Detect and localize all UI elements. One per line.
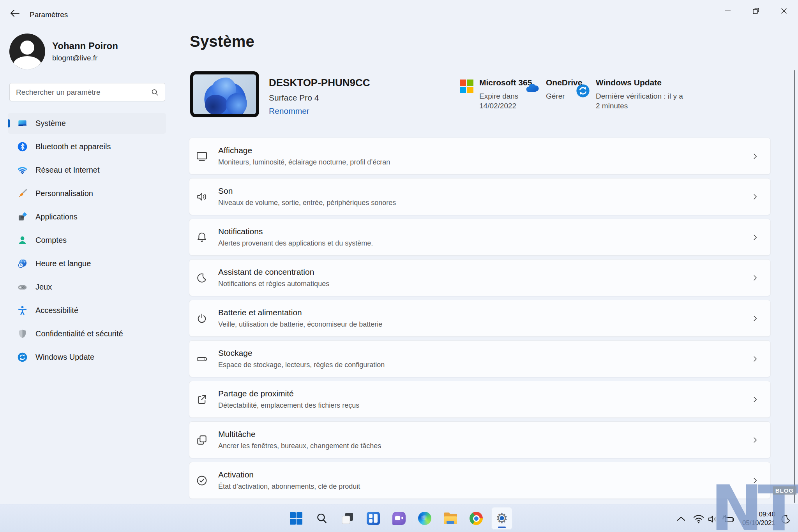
tray-volume-icon[interactable] — [707, 514, 720, 524]
sidebar-item-label: Comptes — [35, 236, 67, 245]
speaker-icon — [196, 191, 208, 203]
start-button[interactable] — [286, 507, 307, 530]
close-icon — [781, 8, 787, 14]
sidebar-item-personnalisation[interactable]: Personnalisation — [8, 183, 166, 204]
sidebar-item-systeme[interactable]: Système — [8, 113, 166, 134]
status-subtitle: Dernière vérification : il y a 2 minutes — [596, 91, 687, 111]
page-title: Système — [190, 33, 254, 50]
device-model: Surface Pro 4 — [269, 93, 370, 103]
sidebar-item-heure-langue[interactable]: Heure et langue — [8, 253, 166, 274]
wifi-icon — [17, 165, 28, 175]
chevron-right-icon — [751, 476, 759, 485]
onedrive-card[interactable]: OneDrive Gérer — [523, 78, 582, 101]
privacy-shield-icon — [17, 329, 28, 339]
sidebar-item-comptes[interactable]: Comptes — [8, 230, 166, 251]
microsoft-logo-icon — [460, 80, 474, 94]
row-stockage[interactable]: Stockage Espace de stockage, lecteurs, r… — [189, 340, 771, 377]
settings-button[interactable]: ⚙ — [491, 507, 512, 530]
chat-button[interactable] — [388, 507, 410, 530]
chevron-right-icon — [751, 274, 759, 282]
chat-icon — [392, 512, 406, 525]
device-image — [190, 71, 259, 117]
sidebar-item-bluetooth[interactable]: Bluetooth et appareils — [8, 136, 166, 157]
accessibility-person-icon — [17, 305, 28, 316]
sidebar-item-reseau[interactable]: Réseau et Internet — [8, 160, 166, 180]
settings-gear-icon: ⚙ — [495, 511, 509, 525]
activation-check-icon — [196, 474, 208, 487]
system-laptop-icon — [17, 118, 28, 129]
back-button[interactable] — [9, 8, 21, 19]
sidebar-item-label: Confidentialité et sécurité — [35, 329, 123, 338]
bell-icon — [196, 231, 208, 244]
row-notifications[interactable]: Notifications Alertes provenant des appl… — [189, 219, 771, 256]
task-view-button[interactable] — [337, 507, 358, 530]
row-partage-proximite[interactable]: Partage de proximité Détectabilité, empl… — [189, 381, 771, 418]
row-son[interactable]: Son Niveaux de volume, sortie, entrée, p… — [189, 178, 771, 215]
sidebar-item-label: Bluetooth et appareils — [35, 142, 111, 151]
restore-button[interactable] — [742, 0, 770, 22]
time-language-globe-icon — [17, 258, 28, 269]
avatar — [9, 34, 45, 69]
row-batterie[interactable]: Batterie et alimentation Veille, utilisa… — [189, 300, 771, 337]
row-title: Assistant de concentration — [218, 267, 329, 277]
minimize-button[interactable] — [714, 0, 742, 22]
row-title: Affichage — [218, 146, 390, 155]
windows-update-status-icon — [576, 83, 590, 98]
bluetooth-icon — [17, 141, 28, 152]
edge-icon — [418, 512, 431, 525]
taskbar: ⚙ 09:40 05/10/2021 — [0, 504, 798, 532]
paintbrush-icon — [17, 188, 28, 199]
chrome-button[interactable] — [466, 507, 487, 530]
row-assistant-concentration[interactable]: Assistant de concentration Notifications… — [189, 259, 771, 296]
settings-search-box — [9, 83, 165, 101]
file-explorer-button[interactable] — [440, 507, 461, 530]
window-controls — [714, 0, 798, 22]
rename-link[interactable]: Renommer — [269, 106, 309, 116]
active-app-indicator — [498, 527, 506, 528]
windows-update-card[interactable]: Windows Update Dernière vérification : i… — [576, 78, 687, 111]
onedrive-cloud-icon — [523, 80, 540, 97]
taskbar-search-icon — [316, 512, 328, 525]
scrollbar[interactable] — [794, 70, 795, 503]
tray-time: 09:40 — [728, 510, 775, 519]
row-title: Partage de proximité — [218, 389, 359, 398]
row-subtitle: Veille, utilisation de batterie, économi… — [218, 320, 382, 329]
sidebar-item-windows-update[interactable]: Windows Update — [8, 347, 166, 368]
focus-assist-moon-icon[interactable] — [780, 513, 791, 525]
task-view-icon — [341, 512, 354, 525]
sidebar-item-accessibilite[interactable]: Accessibilité — [8, 300, 166, 321]
row-title: Batterie et alimentation — [218, 308, 382, 317]
sidebar-item-label: Accessibilité — [35, 306, 78, 315]
user-email: blognt@live.fr — [52, 54, 118, 62]
edge-button[interactable] — [414, 507, 435, 530]
search-input[interactable] — [10, 88, 151, 97]
sidebar-item-jeux[interactable]: Jeux — [8, 277, 166, 297]
apps-icon — [17, 212, 28, 222]
windows-start-icon — [290, 512, 302, 525]
user-account-block[interactable]: Yohann Poiron blognt@live.fr — [9, 33, 165, 70]
user-name: Yohann Poiron — [52, 41, 118, 51]
row-title: Multitâche — [218, 429, 381, 439]
widgets-button[interactable] — [363, 507, 384, 530]
close-button[interactable] — [770, 0, 798, 22]
row-affichage[interactable]: Affichage Moniteurs, luminosité, éclaira… — [189, 138, 771, 175]
row-title: Activation — [218, 470, 360, 479]
chevron-right-icon — [751, 314, 759, 323]
sidebar-item-label: Windows Update — [35, 353, 94, 362]
settings-list: Affichage Moniteurs, luminosité, éclaira… — [189, 138, 771, 502]
row-activation[interactable]: Activation État d’activation, abonnement… — [189, 462, 771, 499]
row-multitache[interactable]: Multitâche Ancrer les fenêtres, bureaux,… — [189, 421, 771, 458]
sidebar-item-applications[interactable]: Applications — [8, 207, 166, 227]
watermark-badge: BLOG — [773, 486, 796, 495]
sidebar-item-confidentialite[interactable]: Confidentialité et sécurité — [8, 323, 166, 344]
selected-indicator — [8, 119, 10, 127]
tray-clock[interactable]: 09:40 05/10/2021 — [728, 510, 775, 527]
window-title: Paramètres — [30, 11, 68, 19]
row-subtitle: Ancrer les fenêtres, bureaux, changement… — [218, 442, 381, 450]
search-icon[interactable] — [151, 88, 159, 96]
taskbar-search-button[interactable] — [311, 507, 332, 530]
row-title: Notifications — [218, 227, 373, 236]
tray-chevron-up-icon[interactable] — [676, 516, 686, 523]
tray-wifi-icon[interactable] — [693, 514, 704, 524]
chevron-right-icon — [751, 395, 759, 404]
